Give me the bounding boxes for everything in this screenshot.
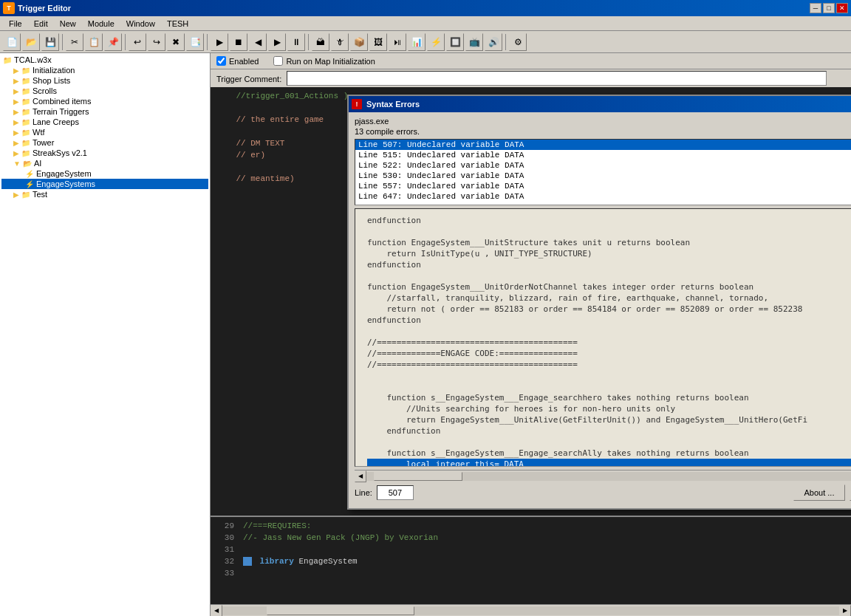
trigger-comment-input[interactable] (287, 71, 827, 86)
tb-img5[interactable]: ⏯ (389, 33, 406, 51)
close-button[interactable]: ✕ (836, 3, 848, 13)
tree-label-wtf: Wtf (33, 128, 45, 137)
tree-item-engagesystems[interactable]: ⚡ EngageSystems (1, 179, 208, 189)
code-preview-content: endfunction function EngageSystem___Unit… (355, 209, 851, 467)
error-list[interactable]: Line 507: Undeclared variable DATA Line … (355, 139, 851, 205)
tree-item-wtf[interactable]: ▶ 📁 Wtf (1, 127, 208, 137)
menu-new[interactable]: New (54, 18, 82, 30)
folder-icon-7: ▶ (13, 129, 19, 137)
tree-item-test[interactable]: ▶ 📁 Test (1, 189, 208, 199)
tb-pause[interactable]: ⏸ (287, 33, 305, 51)
library-marker (243, 557, 252, 566)
tree-item-tower[interactable]: ▶ 📁 Tower (1, 137, 208, 148)
tree-folder-lane: 📁 (21, 118, 30, 126)
tb-back[interactable]: ◀ (249, 33, 267, 51)
run-on-map-checkbox[interactable] (273, 56, 283, 66)
line-label: Line: (355, 488, 372, 497)
tb-redo[interactable]: ↪ (148, 33, 165, 51)
tree-container[interactable]: 📁 TCAL.w3x ▶ 📁 Initialization ▶ 📁 Shop L… (0, 53, 210, 616)
trigger-comment-label: Trigger Comment: (216, 75, 281, 83)
main-layout: 📁 TCAL.w3x ▶ 📁 Initialization ▶ 📁 Shop L… (0, 53, 851, 616)
tree-label-engagesystems: EngageSystems (36, 179, 95, 188)
tree-item-shoplists[interactable]: ▶ 📁 Shop Lists (1, 75, 208, 86)
tree-item-initialization[interactable]: ▶ 📁 Initialization (1, 65, 208, 75)
tree-root[interactable]: 📁 TCAL.w3x (1, 55, 208, 65)
tb-separator-1 (62, 34, 63, 50)
error-row-0[interactable]: Line 507: Undeclared variable DATA (355, 140, 851, 150)
tb-save[interactable]: 💾 (41, 33, 59, 51)
tb-delete[interactable]: ✖ (167, 33, 185, 51)
code-preview[interactable]: endfunction function EngageSystem___Unit… (355, 208, 851, 467)
error-line-5: Line 647: Undeclared variable DATA (358, 192, 524, 201)
bottom-hscroll[interactable]: ◀ ▶ (211, 604, 851, 616)
about-button[interactable]: About ... (793, 485, 845, 501)
dialog-title-text: Syntax Errors (366, 100, 851, 109)
tb-open[interactable]: 📂 (22, 33, 40, 51)
tb-img7[interactable]: ⚡ (427, 33, 445, 51)
tb-img3[interactable]: 📦 (350, 33, 368, 51)
enabled-checkbox-label[interactable]: Enabled (216, 56, 259, 66)
dialog-body: pjass.exe 13 compile errors. Line 507: U… (349, 112, 851, 508)
error-row-4[interactable]: Line 557: Undeclared variable DATA (355, 181, 851, 191)
menu-window[interactable]: Window (120, 18, 161, 30)
tree-label-combined: Combined items (33, 97, 91, 106)
tree-item-terrain[interactable]: ▶ 📁 Terrain Triggers (1, 106, 208, 117)
menu-tesh[interactable]: TESH (161, 18, 194, 30)
error-row-5[interactable]: Line 647: Undeclared variable DATA (355, 191, 851, 202)
tree-folder-streaksys: 📁 (21, 149, 30, 157)
tree-item-streaksys[interactable]: ▶ 📁 StreakSys v2.1 (1, 148, 208, 158)
tree-folder-tower: 📁 (21, 139, 30, 147)
menu-file[interactable]: File (3, 18, 28, 30)
maximize-button[interactable]: □ (823, 3, 835, 13)
bottom-hscroll-track[interactable] (222, 606, 839, 615)
hscroll-left[interactable]: ◀ (355, 470, 366, 482)
dialog-app-name: pjass.exe (355, 117, 851, 126)
tb-img1[interactable]: 🏔 (312, 33, 329, 51)
tb-img2[interactable]: 🗡 (331, 33, 349, 51)
tb-play[interactable]: ▶ (211, 33, 228, 51)
error-row-1[interactable]: Line 515: Undeclared variable DATA (355, 150, 851, 160)
tb-stop[interactable]: ⏹ (230, 33, 247, 51)
tree-item-scrolls[interactable]: ▶ 📁 Scrolls (1, 86, 208, 96)
menu-module[interactable]: Module (82, 18, 120, 30)
hscroll-track[interactable] (366, 472, 851, 481)
menu-edit[interactable]: Edit (28, 18, 54, 30)
tree-trigger-icon-2: ⚡ (25, 180, 34, 188)
tree-folder-shoplists: 📁 (21, 77, 30, 85)
tree-item-ai[interactable]: ▼ 📂 AI (1, 158, 208, 168)
tb-img6[interactable]: 📊 (408, 33, 426, 51)
tb-undo[interactable]: ↩ (129, 33, 146, 51)
h-scrollbar[interactable]: ◀ ▶ (355, 470, 851, 482)
hscroll-thumb[interactable] (374, 472, 462, 481)
bottom-hscroll-right[interactable]: ▶ (839, 605, 851, 617)
error-row-2[interactable]: Line 522: Undeclared variable DATA (355, 160, 851, 171)
bottom-line-31 (243, 544, 848, 555)
tree-item-lane[interactable]: ▶ 📁 Lane Creeps (1, 117, 208, 127)
run-on-map-label[interactable]: Run on Map Initialization (273, 56, 375, 66)
tb-img9[interactable]: 📺 (465, 33, 483, 51)
minimize-button[interactable]: ─ (810, 3, 821, 13)
bottom-line-30: //- Jass New Gen Pack (JNGP) by Vexorian (243, 532, 848, 544)
tb-cut[interactable]: ✂ (66, 33, 83, 51)
line-input[interactable] (377, 485, 414, 500)
error-row-3[interactable]: Line 530: Undeclared variable DATA (355, 171, 851, 181)
tb-new[interactable]: 📄 (3, 33, 21, 51)
tb-settings[interactable]: ⚙ (509, 33, 527, 51)
keyword-library: library (260, 557, 294, 566)
tb-forward[interactable]: ▶ (268, 33, 286, 51)
folder-icon-9: ▶ (13, 149, 19, 157)
dialog-bottom-row: Line: About ... Ok (355, 482, 851, 504)
tree-item-combined[interactable]: ▶ 📁 Combined items (1, 96, 208, 106)
tb-img8[interactable]: 🔲 (446, 33, 464, 51)
tb-copy2[interactable]: 📑 (186, 33, 204, 51)
bottom-hscroll-thumb[interactable] (267, 606, 414, 615)
tb-paste[interactable]: 📌 (104, 33, 122, 51)
dialog-title-bar[interactable]: ! Syntax Errors ─ □ ✕ (349, 96, 851, 112)
enabled-checkbox[interactable] (216, 56, 226, 66)
tb-copy[interactable]: 📋 (85, 33, 103, 51)
tb-img10[interactable]: 🔊 (485, 33, 502, 51)
folder-icon: ▶ (13, 66, 19, 75)
tree-item-engagesystem[interactable]: ⚡ EngageSystem (1, 168, 208, 179)
bottom-hscroll-left[interactable]: ◀ (211, 605, 222, 617)
tb-img4[interactable]: 🖼 (369, 33, 387, 51)
